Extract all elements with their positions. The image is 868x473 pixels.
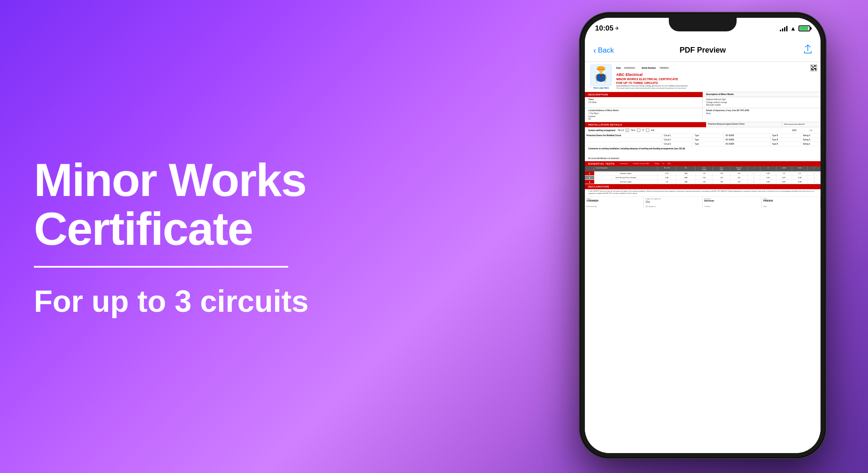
date-cell: Date 04/05/2018 — [762, 197, 821, 204]
subtitle: For up to 3 circuits — [34, 284, 339, 318]
logo-area: Your Logo Here — [588, 64, 614, 89]
left-panel: Minor Works Certificate For up to 3 circ… — [34, 155, 339, 318]
tests-row-3: 3 1st Floor Lights 1.8 N/A >50 >50 >50 ✓… — [585, 180, 821, 184]
location-icon: ✈ — [615, 25, 619, 31]
declaration-header: DECLARATION — [585, 184, 821, 189]
position2-cell: Position — [703, 204, 762, 208]
tn-c-s-checkbox: ✓ — [626, 129, 629, 132]
share-button[interactable] — [804, 45, 812, 56]
company-name: ABC Electrical — [616, 73, 817, 77]
declaration-section: DECLARATION I / We CERTIFY that the work… — [585, 184, 821, 208]
installation-header: INSTALLATION DETAILS — [585, 122, 706, 127]
description-items-cell: Replace bathroom light Change socket in … — [703, 97, 821, 108]
position-cell: Position Electrician — [703, 197, 762, 204]
chevron-left-icon: ‹ — [593, 45, 596, 55]
tests-row-2: 2 1st & Ground Floor Sockets 0.38 N/A >5… — [585, 176, 821, 180]
declaration-text: I / We CERTIFY that the works do not imp… — [585, 189, 821, 197]
installation-header-row: INSTALLATION DETAILS Protective Measures… — [585, 122, 821, 127]
tests-col-headers: Circuit Description R1 + R2 R2 Line/neut… — [585, 166, 821, 171]
pdf-date-row: Date 04/05/2018 Serial Number 73839521 — [616, 64, 817, 71]
client-cell: Client A N Other — [585, 97, 703, 108]
logo-image — [590, 64, 612, 86]
pdf-content: Your Logo Here Date 04/05/2018 Serial Nu… — [585, 62, 821, 453]
wifi-icon: ▲ — [790, 25, 796, 32]
main-title: Minor Works Certificate — [34, 155, 339, 253]
risk-assessment-label: Risk assessment attached? — [782, 122, 821, 127]
circuit3-row: Circuit 3 Type BS 60898 Type B Rating A — [585, 142, 821, 146]
nav-bar: ‹ Back PDF Preview — [585, 39, 821, 62]
earthing-row: System earthing arrangement: TN-C-S ✓ TN… — [585, 127, 821, 134]
phone-screen: 10:05 ✈ ▲ — [585, 18, 821, 453]
name-cell: Name A ENGINEER — [585, 197, 644, 204]
signal-icon — [780, 25, 787, 31]
requirements: REQUIREMENTS FOR ELECTRICAL INSTALLATION… — [616, 85, 817, 89]
engineer-sig-cell: Enginners Signature Gu — [644, 197, 703, 204]
description-header: DESCRIPTION — [585, 92, 703, 97]
phone-notch — [669, 18, 737, 31]
back-button[interactable]: ‹ Back — [593, 45, 614, 55]
date3-cell: Date — [762, 204, 821, 208]
reviewed-by-cell: Reviewed By — [585, 204, 644, 208]
nav-title: PDF Preview — [679, 46, 726, 55]
back-label: Back — [598, 46, 614, 55]
qs-sig-cell: QS Signature — [644, 204, 703, 208]
location-cell: Location/Address of Minor Works 1 The Pl… — [585, 108, 703, 122]
svg-rect-5 — [597, 69, 605, 70]
pdf-title-area: Date 04/05/2018 Serial Number 73839521 — [616, 64, 817, 89]
status-time: 10:05 — [595, 24, 613, 33]
reviewed-row: Reviewed By QS Signature Position Date — [585, 204, 821, 208]
cert-title: MINOR WORKS ELECTRICAL CERTIFICATE FOR U… — [616, 77, 817, 85]
signature-row: Name A ENGINEER Enginners Signature Gu P… — [585, 197, 821, 204]
tests-row-1: 1 Upstairs Lights 0.12 N/A >50 >50 >50 ✓… — [585, 171, 821, 176]
circuit-header-row: Protective Device For Modified Circuit C… — [585, 134, 821, 138]
description-form: Client A N Other Replace bathroom light … — [585, 97, 821, 108]
protective-measures-label: Protective Measures Against Electric Sho… — [706, 122, 782, 127]
phone-mockup: 10:05 ✈ ▲ — [580, 13, 843, 462]
divider — [34, 266, 288, 267]
tests-header: ESSENTIAL TESTS Continuity Ω Insulation … — [585, 161, 821, 166]
tn-s-checkbox — [637, 129, 640, 132]
location-form: Location/Address of Minor Works 1 The Pl… — [585, 108, 821, 122]
pdf-header: Your Logo Here Date 04/05/2018 Serial Nu… — [585, 62, 821, 92]
ads-value: ADS — [786, 129, 803, 132]
description-section: DESCRIPTION Description of Minor Works C… — [585, 92, 821, 122]
title-line1: Minor Works — [34, 153, 306, 205]
title-line2: Certificate — [34, 202, 253, 255]
logo-text: Your Logo Here — [593, 87, 609, 89]
tt-checkbox — [646, 129, 649, 132]
essential-tests-section: ESSENTIAL TESTS Continuity Ω Insulation … — [585, 161, 821, 184]
description-header2: Description of Minor Works — [703, 92, 821, 97]
comments-section: Comments on existing installation, inclu… — [585, 146, 821, 161]
departures-cell: Details of departures, if any, from BS 7… — [703, 108, 821, 122]
circuit2-row: Circuit 2 Type BS 90898 Type B Rating A — [585, 138, 821, 142]
status-icons: ▲ — [780, 25, 810, 32]
phone-frame: 10:05 ✈ ▲ — [580, 13, 826, 458]
battery-icon — [798, 25, 810, 31]
installation-section: INSTALLATION DETAILS Protective Measures… — [585, 122, 821, 146]
